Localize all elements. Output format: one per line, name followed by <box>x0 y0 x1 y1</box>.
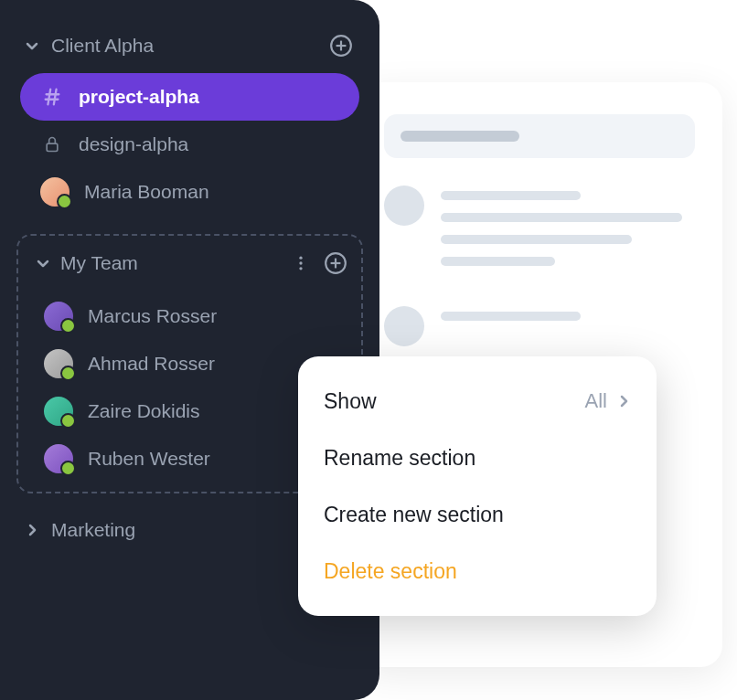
svg-point-10 <box>299 267 302 270</box>
message-skeleton <box>384 306 695 346</box>
chevron-down-icon <box>24 37 40 54</box>
hash-icon <box>40 87 64 107</box>
message-skeleton <box>384 186 695 279</box>
chevron-right-icon <box>24 522 40 538</box>
avatar <box>44 302 73 331</box>
section-title: Marketing <box>51 519 317 541</box>
add-channel-button[interactable] <box>328 33 354 58</box>
section-title: My Team <box>60 252 279 274</box>
chevron-right-icon <box>616 389 631 414</box>
menu-value: All <box>585 389 607 413</box>
more-options-button[interactable] <box>288 250 314 276</box>
section-header-my-team[interactable]: My Team <box>26 241 354 285</box>
menu-item-delete-section[interactable]: Delete section <box>298 543 657 599</box>
user-label: Zaire Dokidis <box>88 400 200 422</box>
avatar <box>40 177 69 207</box>
menu-label: Rename section <box>324 446 631 471</box>
lines-skeleton <box>441 306 695 346</box>
menu-item-show[interactable]: Show All <box>298 373 657 430</box>
menu-item-create-new-section[interactable]: Create new section <box>298 486 657 543</box>
skeleton-line <box>441 213 682 222</box>
svg-line-5 <box>48 90 50 105</box>
skeleton-line <box>441 257 555 266</box>
lines-skeleton <box>441 186 695 279</box>
avatar <box>44 444 73 473</box>
channel-project-alpha[interactable]: project-alpha <box>20 73 359 121</box>
dm-maria-booman[interactable]: Maria Booman <box>20 168 359 216</box>
dm-marcus-rosser[interactable]: Marcus Rosser <box>29 292 350 340</box>
menu-item-rename-section[interactable]: Rename section <box>298 430 657 486</box>
skeleton-bar <box>401 131 519 142</box>
avatar <box>44 349 73 378</box>
avatar <box>44 397 73 426</box>
skeleton-line <box>441 312 581 321</box>
svg-point-9 <box>299 261 302 264</box>
chevron-down-icon <box>35 255 51 271</box>
lock-icon <box>40 135 64 154</box>
user-label: Ahmad Rosser <box>88 353 215 375</box>
menu-label: Delete section <box>324 559 631 584</box>
user-label: Marcus Rosser <box>88 305 217 327</box>
section-context-menu: Show All Rename section Create new secti… <box>298 356 657 616</box>
channel-design-alpha[interactable]: design-alpha <box>20 121 359 168</box>
user-label: Ruben Wester <box>88 448 210 470</box>
skeleton-line <box>441 235 632 244</box>
channel-list: project-alpha design-alpha Maria Booman <box>16 73 363 216</box>
add-member-button[interactable] <box>323 250 348 276</box>
channel-label: project-alpha <box>79 86 199 108</box>
section-header-client-alpha[interactable]: Client Alpha <box>16 26 363 66</box>
skeleton-line <box>441 191 581 200</box>
menu-label: Create new section <box>324 503 631 527</box>
section-title: Client Alpha <box>51 35 317 57</box>
channel-label: design-alpha <box>79 133 188 155</box>
avatar-skeleton <box>384 306 424 346</box>
avatar-skeleton <box>384 186 424 226</box>
svg-point-8 <box>299 257 302 260</box>
svg-line-6 <box>54 90 57 105</box>
menu-label: Show <box>324 389 576 414</box>
svg-rect-7 <box>47 143 58 151</box>
search-placeholder-bar <box>384 114 695 158</box>
user-label: Maria Booman <box>84 181 209 203</box>
